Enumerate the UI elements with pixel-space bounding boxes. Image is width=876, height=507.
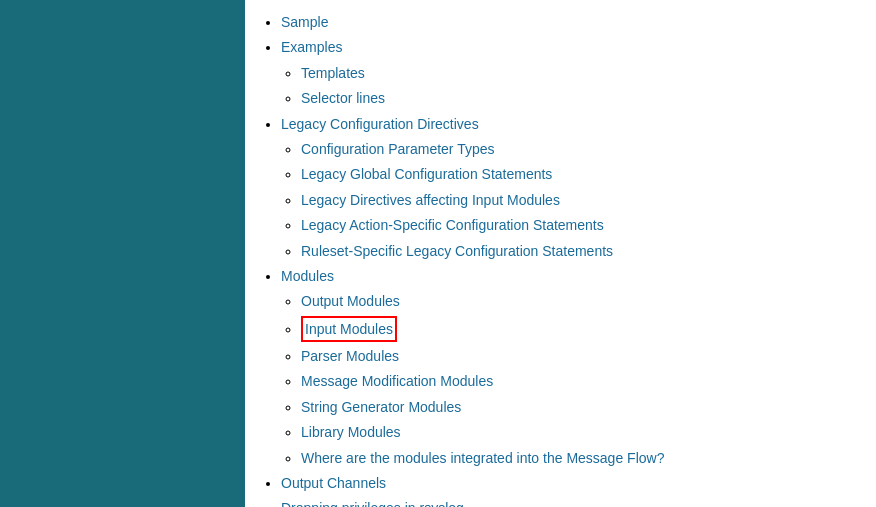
list-item-modules: Modules Output Modules Input Modules Par… (281, 265, 860, 469)
link-legacy-config[interactable]: Legacy Configuration Directives (281, 116, 479, 132)
list-item-string-generator: String Generator Modules (301, 396, 860, 418)
examples-children: Templates Selector lines (281, 62, 860, 110)
link-output-modules[interactable]: Output Modules (301, 293, 400, 309)
list-item-message-modification: Message Modification Modules (301, 370, 860, 392)
list-item-legacy-global: Legacy Global Configuration Statements (301, 163, 860, 185)
legacy-config-children: Configuration Parameter Types Legacy Glo… (281, 138, 860, 262)
list-item-where-modules: Where are the modules integrated into th… (301, 447, 860, 469)
main-content: Sample Examples Templates Selector lines… (245, 0, 876, 507)
link-message-modification[interactable]: Message Modification Modules (301, 373, 493, 389)
link-legacy-action[interactable]: Legacy Action-Specific Configuration Sta… (301, 217, 604, 233)
list-item-selector-lines: Selector lines (301, 87, 860, 109)
sidebar (0, 0, 245, 507)
list-item-sample: Sample (281, 11, 860, 33)
link-sample[interactable]: Sample (281, 14, 328, 30)
link-templates[interactable]: Templates (301, 65, 365, 81)
list-item-library-modules: Library Modules (301, 421, 860, 443)
list-item-output-modules: Output Modules (301, 290, 860, 312)
list-item-dropping-privileges: Dropping privileges in rsyslog (281, 497, 860, 507)
list-item-parser-modules: Parser Modules (301, 345, 860, 367)
link-string-generator[interactable]: String Generator Modules (301, 399, 461, 415)
modules-children: Output Modules Input Modules Parser Modu… (281, 290, 860, 469)
list-item-output-channels: Output Channels (281, 472, 860, 494)
link-examples[interactable]: Examples (281, 39, 342, 55)
input-modules-highlight: Input Modules (301, 316, 397, 342)
link-modules[interactable]: Modules (281, 268, 334, 284)
link-selector-lines[interactable]: Selector lines (301, 90, 385, 106)
list-item-input-modules: Input Modules (301, 316, 860, 342)
link-dropping-privileges[interactable]: Dropping privileges in rsyslog (281, 500, 464, 507)
list-item-config-param-types: Configuration Parameter Types (301, 138, 860, 160)
list-item-legacy-config: Legacy Configuration Directives Configur… (281, 113, 860, 262)
link-config-param-types[interactable]: Configuration Parameter Types (301, 141, 495, 157)
link-ruleset-legacy[interactable]: Ruleset-Specific Legacy Configuration St… (301, 243, 613, 259)
list-item-examples: Examples Templates Selector lines (281, 36, 860, 109)
link-parser-modules[interactable]: Parser Modules (301, 348, 399, 364)
link-output-channels[interactable]: Output Channels (281, 475, 386, 491)
list-item-legacy-action: Legacy Action-Specific Configuration Sta… (301, 214, 860, 236)
link-input-modules[interactable]: Input Modules (305, 321, 393, 337)
list-item-legacy-directives: Legacy Directives affecting Input Module… (301, 189, 860, 211)
link-library-modules[interactable]: Library Modules (301, 424, 401, 440)
nav-list: Sample Examples Templates Selector lines… (261, 11, 860, 507)
list-item-ruleset-legacy: Ruleset-Specific Legacy Configuration St… (301, 240, 860, 262)
link-legacy-directives[interactable]: Legacy Directives affecting Input Module… (301, 192, 560, 208)
link-legacy-global[interactable]: Legacy Global Configuration Statements (301, 166, 552, 182)
list-item-templates: Templates (301, 62, 860, 84)
link-where-modules[interactable]: Where are the modules integrated into th… (301, 450, 664, 466)
